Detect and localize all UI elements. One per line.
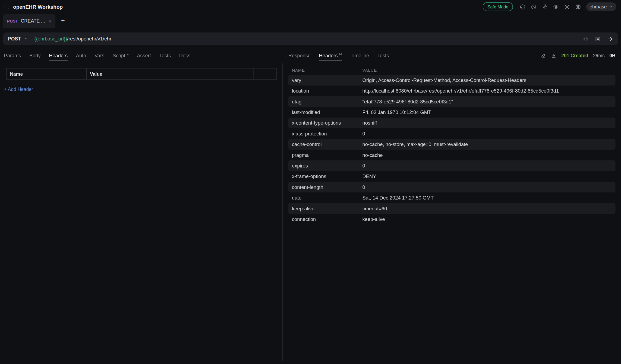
tab-vars[interactable]: Vars bbox=[94, 53, 104, 58]
request-headers-table: Name Value bbox=[6, 68, 277, 80]
pane-divider[interactable] bbox=[282, 63, 283, 360]
tab-assert[interactable]: Assert bbox=[137, 53, 151, 58]
tab-response-tests[interactable]: Tests bbox=[377, 53, 389, 58]
table-row[interactable]: etag"efaff778-e529-496f-80d2-85cd5ce0f3d… bbox=[288, 96, 616, 107]
header-value: 0 bbox=[362, 184, 616, 190]
column-header-name: Name bbox=[7, 68, 87, 79]
url-bar[interactable]: POST {{ehrbase_url}}/rest/openehr/v1/ehr bbox=[3, 33, 618, 45]
palette-icon[interactable] bbox=[519, 4, 525, 10]
header-value: no-cache bbox=[362, 152, 616, 158]
url-bar-actions bbox=[583, 36, 613, 42]
header-name: x-content-type-options bbox=[292, 120, 362, 126]
table-row[interactable]: locationhttp://localhost:8080/ehrbase/re… bbox=[288, 86, 616, 96]
table-row[interactable]: varyOrigin, Access-Control-Request-Metho… bbox=[288, 75, 616, 86]
tab-script[interactable]: Script * bbox=[113, 53, 129, 58]
url-row: POST {{ehrbase_url}}/rest/openehr/v1/ehr bbox=[0, 28, 621, 48]
header-value: timeout=60 bbox=[362, 206, 616, 211]
clear-response-icon[interactable] bbox=[541, 53, 546, 58]
gear-icon[interactable] bbox=[564, 4, 570, 10]
globe-icon[interactable] bbox=[575, 4, 581, 10]
header-name: date bbox=[292, 195, 362, 200]
tab-response[interactable]: Response bbox=[288, 53, 311, 58]
content-area: Params Body Headers Auth Vars Script * A… bbox=[0, 48, 621, 364]
response-pane-tabs: Response Headers14 Timeline Tests 201 Cr… bbox=[288, 50, 616, 62]
status-badge: 201 Created bbox=[561, 53, 588, 58]
header-name: location bbox=[292, 88, 362, 94]
header-value: Sat, 14 Dec 2024 17:27:50 GMT bbox=[362, 195, 616, 200]
header-name: vary bbox=[292, 77, 362, 83]
header-value: DENY bbox=[362, 174, 616, 179]
response-column-name: NAME bbox=[292, 68, 362, 72]
header-name: pragma bbox=[292, 152, 362, 158]
request-tabstrip: POST CREATE ... × + bbox=[0, 14, 621, 28]
table-row[interactable]: last-modifiedFri, 02 Jan 1970 10:12:04 G… bbox=[288, 107, 616, 118]
response-pane: Response Headers14 Timeline Tests 201 Cr… bbox=[283, 48, 621, 364]
app-window: openEHR Workshop Safe Mode ehrbase bbox=[0, 0, 621, 364]
tab-params[interactable]: Params bbox=[4, 53, 21, 58]
table-row[interactable]: pragmano-cache bbox=[288, 150, 616, 160]
add-header-link[interactable]: + Add Header bbox=[4, 87, 33, 92]
tab-tests[interactable]: Tests bbox=[159, 53, 171, 58]
header-value: Fri, 02 Jan 1970 10:12:04 GMT bbox=[362, 109, 616, 115]
save-icon[interactable] bbox=[595, 36, 601, 42]
table-row[interactable]: expires0 bbox=[288, 160, 616, 171]
table-row[interactable]: content-length0 bbox=[288, 182, 616, 192]
header-value: 0 bbox=[362, 131, 616, 136]
history-clock-icon[interactable] bbox=[531, 4, 537, 10]
header-name: connection bbox=[292, 216, 362, 222]
request-pane-tabs: Params Body Headers Auth Vars Script * A… bbox=[0, 50, 283, 62]
table-row[interactable]: x-content-type-optionsnosniff bbox=[288, 118, 616, 128]
column-header-value: Value bbox=[87, 68, 254, 79]
safe-mode-badge[interactable]: Safe Mode bbox=[483, 2, 513, 11]
url-input[interactable]: {{ehrbase_url}}/rest/openehr/v1/ehr bbox=[34, 36, 111, 42]
titlebar-actions: Safe Mode ehrbase bbox=[483, 2, 616, 11]
header-value: "efaff778-e529-496f-80d2-85cd5ce0f3d1" bbox=[362, 99, 616, 104]
workspace-icon[interactable] bbox=[4, 4, 10, 10]
response-size: 0B bbox=[609, 53, 615, 58]
new-tab-button[interactable]: + bbox=[61, 17, 65, 24]
header-value: Origin, Access-Control-Request-Method, A… bbox=[362, 77, 616, 83]
headers-count-badge: 14 bbox=[338, 52, 342, 56]
header-name: x-frame-options bbox=[292, 174, 362, 179]
tab-body[interactable]: Body bbox=[29, 53, 41, 58]
url-template-variable: {{ehrbase_url}} bbox=[34, 36, 67, 42]
response-headers-table: NAME VALUE varyOrigin, Access-Control-Re… bbox=[288, 68, 616, 224]
close-tab-icon[interactable]: × bbox=[49, 18, 52, 24]
tab-response-headers[interactable]: Headers14 bbox=[319, 53, 342, 58]
tab-timeline[interactable]: Timeline bbox=[351, 53, 369, 58]
download-icon[interactable] bbox=[551, 53, 556, 58]
code-icon[interactable] bbox=[583, 36, 589, 42]
table-row[interactable]: dateSat, 14 Dec 2024 17:27:50 GMT bbox=[288, 192, 616, 203]
response-column-value: VALUE bbox=[362, 68, 616, 72]
table-row[interactable]: x-frame-optionsDENY bbox=[288, 171, 616, 182]
header-name: x-xss-protection bbox=[292, 131, 362, 136]
tab-headers[interactable]: Headers bbox=[49, 53, 68, 58]
request-tab-label: CREATE ... bbox=[21, 18, 45, 24]
table-row[interactable]: keep-alivetimeout=60 bbox=[288, 203, 616, 214]
header-value: nosniff bbox=[362, 120, 616, 126]
account-menu[interactable]: ehrbase bbox=[586, 2, 616, 11]
table-row[interactable]: connectionkeep-alive bbox=[288, 214, 616, 224]
send-request-icon[interactable] bbox=[607, 36, 613, 42]
table-row[interactable]: x-xss-protection0 bbox=[288, 128, 616, 139]
header-value: keep-alive bbox=[362, 216, 616, 222]
header-name: etag bbox=[292, 99, 362, 104]
column-header-actions bbox=[254, 68, 277, 79]
workspace-title[interactable]: openEHR Workshop bbox=[13, 4, 63, 10]
method-select[interactable]: POST bbox=[8, 36, 21, 42]
eye-icon[interactable] bbox=[553, 4, 559, 10]
tab-docs[interactable]: Docs bbox=[179, 53, 191, 58]
request-tab-method: POST bbox=[7, 19, 18, 23]
runner-icon[interactable] bbox=[542, 4, 548, 10]
method-chevron-icon[interactable] bbox=[24, 37, 28, 41]
chevron-down-icon bbox=[609, 5, 613, 9]
url-path: /rest/openehr/v1/ehr bbox=[67, 36, 111, 42]
header-value: 0 bbox=[362, 163, 616, 168]
header-value: no-cache, no-store, max-age=0, must-reva… bbox=[362, 141, 616, 147]
titlebar: openEHR Workshop Safe Mode ehrbase bbox=[0, 0, 621, 14]
header-name: cache-control bbox=[292, 141, 362, 147]
tab-auth[interactable]: Auth bbox=[76, 53, 86, 58]
table-row[interactable]: cache-controlno-cache, no-store, max-age… bbox=[288, 139, 616, 150]
response-meta: 201 Created 29ms 0B bbox=[541, 53, 615, 58]
request-tab-active[interactable]: POST CREATE ... × bbox=[3, 14, 56, 28]
